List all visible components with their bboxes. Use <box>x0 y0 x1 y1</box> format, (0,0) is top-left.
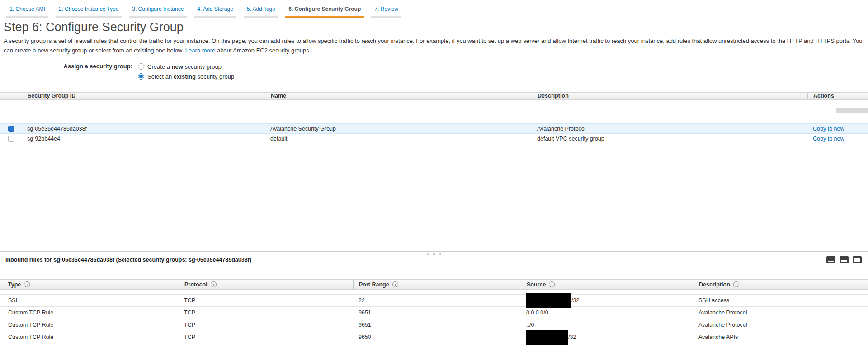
pane-layout-controls <box>826 256 862 263</box>
tab-add-storage[interactable]: 4. Add Storage <box>194 6 236 18</box>
page-title: Step 6: Configure Security Group <box>4 20 868 34</box>
header-name: Name <box>265 93 532 99</box>
description-text: A security group is a set of firewall ru… <box>4 38 862 54</box>
cell-port-range: 9651 <box>353 309 521 316</box>
row-checkbox-unchecked-icon[interactable] <box>8 136 14 142</box>
table-row[interactable]: sg-92bb44e4 default default VPC security… <box>0 134 868 144</box>
redaction-box <box>526 330 568 345</box>
table-row: Custom TCP Rule TCP 9650 /32 Avalanche A… <box>0 331 868 343</box>
tab-add-tags[interactable]: 5. Add Tags <box>244 6 278 18</box>
drag-handle-icon[interactable] <box>427 253 441 255</box>
table-scroll-gap <box>0 100 868 123</box>
info-icon[interactable]: i <box>392 281 398 287</box>
cell-description: Avalanche Protocol <box>532 126 807 132</box>
cell-security-group-id: sg-05e35e44785da038f <box>22 126 265 132</box>
inbound-rules-title: Inbound rules for sg-05e35e44785da038f (… <box>5 257 251 263</box>
security-groups-table: Security Group ID Name Description Actio… <box>0 92 868 144</box>
step-description: A security group is a set of firewall ru… <box>4 36 864 55</box>
pane-layout-large-icon[interactable] <box>853 256 862 263</box>
header-protocol: Protocoli <box>179 280 353 289</box>
assign-security-group-label: Assign a security group: <box>0 61 138 81</box>
tab-review[interactable]: 7. Review <box>371 6 401 18</box>
table-row: SSH TCP 22 /32 SSH access <box>0 295 868 307</box>
info-icon[interactable]: i <box>733 281 739 287</box>
cell-protocol: TCP <box>179 322 353 328</box>
radio-create-new-icon[interactable] <box>138 63 144 70</box>
header-description: Descriptioni <box>693 280 868 289</box>
empty-area <box>0 144 868 251</box>
header-description: Description <box>532 93 807 99</box>
tab-configure-security-group[interactable]: 6. Configure Security Group <box>285 6 364 18</box>
cell-source: ::/0 <box>521 322 693 328</box>
inbound-rules-table: Typei Protocoli Port Rangei Sourcei Desc… <box>0 279 868 343</box>
assign-options: Create a new security group Select an ex… <box>138 61 234 81</box>
cell-type: Custom TCP Rule <box>0 334 179 340</box>
header-source: Sourcei <box>521 280 693 289</box>
table-row[interactable]: sg-05e35e44785da038f Avalanche Security … <box>0 123 868 134</box>
cell-description: Avalanche APIs <box>693 334 868 340</box>
cell-description: Avalanche Protocol <box>693 309 868 316</box>
copy-to-new-link[interactable]: Copy to new <box>813 126 844 132</box>
cell-description: Avalanche Protocol <box>693 322 868 328</box>
redaction-box <box>526 293 571 308</box>
cell-protocol: TCP <box>179 309 353 316</box>
cell-protocol: TCP <box>179 334 353 340</box>
cell-type: SSH <box>0 297 179 304</box>
cell-security-group-id: sg-92bb44e4 <box>22 136 265 142</box>
radio-create-new-label: Create a new security group <box>147 63 222 70</box>
tab-choose-instance-type[interactable]: 2. Choose Instance Type <box>56 6 122 18</box>
header-actions: Actions <box>807 93 868 99</box>
header-port-range: Port Rangei <box>353 280 521 289</box>
inbound-table-body: SSH TCP 22 /32 SSH access Custom TCP Rul… <box>0 294 868 343</box>
cell-port-range: 9651 <box>353 322 521 328</box>
cell-port-range: 22 <box>353 297 521 304</box>
cell-type: Custom TCP Rule <box>0 322 179 328</box>
pane-layout-medium-icon[interactable] <box>840 256 849 263</box>
description-text-after: about Amazon EC2 security groups. <box>217 47 311 54</box>
tab-configure-instance[interactable]: 3. Configure Instance <box>129 6 187 18</box>
cell-port-range: 9650 <box>353 334 521 340</box>
inbound-table-header: Typei Protocoli Port Rangei Sourcei Desc… <box>0 279 868 290</box>
info-icon[interactable]: i <box>24 281 30 287</box>
cell-protocol: TCP <box>179 297 353 304</box>
security-groups-table-header: Security Group ID Name Description Actio… <box>0 92 868 100</box>
cell-description: SSH access <box>693 297 868 304</box>
radio-option-create-new[interactable]: Create a new security group <box>138 61 234 71</box>
cell-name: default <box>265 136 532 142</box>
cell-source: /32 <box>521 332 693 342</box>
info-icon[interactable]: i <box>549 281 555 287</box>
cell-description: default VPC security group <box>532 136 807 142</box>
header-checkbox-col <box>0 93 22 99</box>
tab-choose-ami[interactable]: 1. Choose AMI <box>6 6 48 18</box>
cell-source: 0.0.0.0/0 <box>521 309 693 316</box>
scrollbar-thumb[interactable] <box>836 108 868 113</box>
copy-to-new-link[interactable]: Copy to new <box>813 136 844 142</box>
pane-layout-small-icon[interactable] <box>826 256 835 263</box>
cell-type: Custom TCP Rule <box>0 309 179 316</box>
table-row: Custom TCP Rule TCP 9651 ::/0 Avalanche … <box>0 319 868 331</box>
radio-select-existing-icon[interactable] <box>138 73 144 80</box>
radio-option-select-existing[interactable]: Select an existing security group <box>138 71 234 81</box>
pane-divider <box>0 251 868 252</box>
header-type: Typei <box>0 280 179 289</box>
cell-source: /32 <box>521 295 693 306</box>
assign-security-group-section: Assign a security group: Create a new se… <box>0 61 868 81</box>
header-security-group-id: Security Group ID <box>22 93 265 99</box>
learn-more-link[interactable]: Learn more <box>185 47 215 54</box>
table-row: Custom TCP Rule TCP 9651 0.0.0.0/0 Avala… <box>0 307 868 319</box>
row-checkbox-checked-icon[interactable] <box>8 126 14 132</box>
wizard-step-tabs: 1. Choose AMI2. Choose Instance Type3. C… <box>0 0 868 18</box>
info-icon[interactable]: i <box>211 281 217 287</box>
cell-name: Avalanche Security Group <box>265 126 532 132</box>
radio-select-existing-label: Select an existing security group <box>147 73 234 80</box>
